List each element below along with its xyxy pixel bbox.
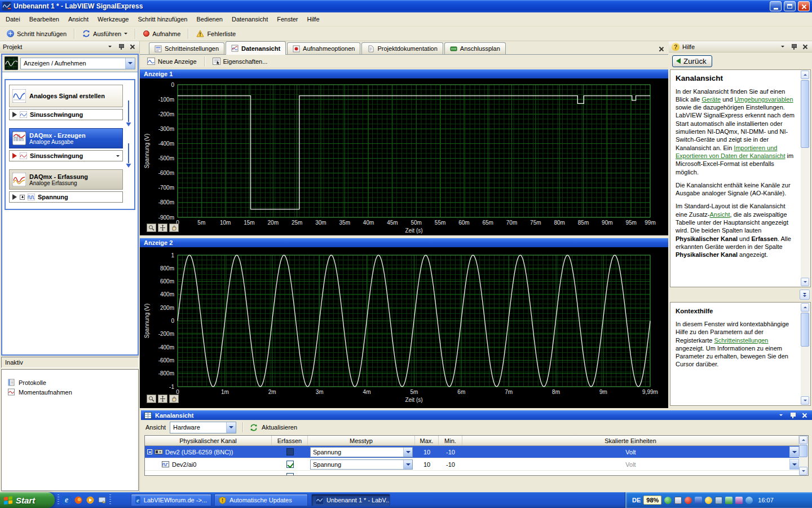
minimize-button[interactable]: [770, 1, 782, 11]
alert-icon[interactable]: [685, 497, 692, 504]
context-help-scrollbar[interactable]: [801, 303, 810, 405]
col-max[interactable]: Max.: [415, 436, 439, 445]
display1-plot[interactable]: 05m10m15m20m25m30m35m40m45m50m55m60m65m7…: [140, 78, 668, 235]
view-mode-dropdown-icon[interactable]: [125, 58, 135, 69]
col-messtyp[interactable]: Messtyp: [308, 436, 415, 445]
unit-cell[interactable]: Volt: [462, 458, 799, 470]
firefox-icon[interactable]: [74, 496, 83, 505]
menu-bearbeiten[interactable]: Bearbeiten: [25, 14, 64, 25]
scroll-down-icon[interactable]: [801, 278, 809, 286]
col-physikalischer-kanal[interactable]: Physikalischer Kanal: [145, 436, 272, 445]
erfassen-checkbox[interactable]: [286, 461, 294, 468]
tree-item-momentaufnahmen[interactable]: Momentaufnahmen: [2, 387, 138, 397]
scroll-up-icon[interactable]: [801, 71, 809, 79]
update-icon[interactable]: [745, 497, 753, 504]
usb-icon[interactable]: [725, 497, 732, 504]
refresh-button[interactable]: Aktualisieren: [262, 424, 297, 431]
error-list-button[interactable]: Fehlerliste: [192, 28, 240, 39]
menu-datenansicht[interactable]: Datenansicht: [227, 14, 272, 25]
close-data-view-button[interactable]: [659, 46, 664, 51]
messtyp-select[interactable]: Spannung: [310, 459, 413, 470]
task-automatische-updates[interactable]: Automatische Updates: [214, 494, 308, 506]
tab-aufnahmeoptionen[interactable]: Aufnahmeoptionen: [287, 42, 360, 54]
display-settings-icon[interactable]: [674, 497, 682, 504]
task-signalexpress[interactable]: Unbenannt 1 * - LabV...: [311, 494, 390, 506]
project-menu-button[interactable]: [105, 42, 114, 51]
help-link[interactable]: Umgebungsvariablen: [735, 96, 793, 103]
display2-plot[interactable]: 01m2m3m4m5m6m7m8m9m9,99m1800m600m400m200…: [140, 247, 668, 408]
menu-bedienen[interactable]: Bedienen: [192, 14, 227, 25]
zoom-tool-icon[interactable]: [147, 395, 156, 403]
channel-menu-button[interactable]: [776, 411, 785, 419]
channel-view-header[interactable]: Kanalansicht: [141, 410, 812, 420]
help-link[interactable]: Geräte: [701, 96, 721, 103]
step-output-sinusschwingung-2[interactable]: Sinusschwingung: [9, 150, 123, 161]
record-button[interactable]: Aufnahme: [139, 29, 184, 39]
help-close-button[interactable]: [801, 42, 809, 51]
scroll-thumb[interactable]: [801, 313, 809, 347]
project-close-button[interactable]: [128, 42, 136, 51]
max-value[interactable]: 10: [415, 458, 439, 470]
col-erfassen[interactable]: Erfassen: [272, 436, 308, 445]
hardware-dropdown-icon[interactable]: [226, 422, 236, 433]
scroll-down-icon[interactable]: [801, 396, 809, 405]
help-link[interactable]: Ansicht: [710, 211, 730, 218]
display2-graph[interactable]: 01m2m3m4m5m6m7m8m9m9,99m1800m600m400m200…: [140, 247, 668, 408]
help-link[interactable]: Schritteinstellungen: [714, 337, 768, 344]
step-card-daqmx-erfassung[interactable]: DAQmx - Erfassung Analoge Erfassung Span…: [9, 169, 123, 203]
internet-explorer-icon[interactable]: e: [62, 496, 71, 505]
help-scrollbar[interactable]: [801, 71, 810, 286]
display1-header[interactable]: Anzeige 1: [140, 69, 668, 78]
project-pin-button[interactable]: [117, 42, 125, 51]
tab-projektdokumentation[interactable]: Projektdokumentation: [361, 42, 443, 54]
help-menu-button[interactable]: [778, 42, 787, 51]
help-back-button[interactable]: Zurück: [672, 55, 712, 67]
erfassen-checkbox[interactable]: [286, 473, 294, 476]
scroll-down-icon[interactable]: [799, 467, 807, 475]
messtyp-select[interactable]: Spannung: [310, 447, 413, 457]
messtyp-dropdown-icon[interactable]: [403, 448, 412, 457]
quicklaunch-handle[interactable]: [109, 494, 111, 506]
menu-ansicht[interactable]: Ansicht: [64, 14, 93, 25]
unit-dropdown-icon[interactable]: [789, 459, 799, 470]
scroll-thumb[interactable]: [799, 445, 807, 457]
pan-tool-icon[interactable]: [158, 224, 167, 232]
help-pin-button[interactable]: [789, 42, 798, 51]
pan-tool-icon[interactable]: [158, 395, 167, 403]
task-labviewforum[interactable]: e LabVIEWforum.de ->...: [131, 494, 211, 506]
language-indicator[interactable]: DE: [632, 497, 641, 503]
collapse-icon[interactable]: [147, 449, 152, 454]
tree-item-protokolle[interactable]: Protokolle: [2, 378, 138, 387]
unit-dropdown-icon[interactable]: [789, 446, 799, 457]
col-min[interactable]: Min.: [439, 436, 462, 445]
hardware-select[interactable]: Hardware: [170, 422, 236, 433]
channel-pin-button[interactable]: [788, 411, 797, 419]
erfassen-checkbox[interactable]: [286, 448, 294, 456]
menu-schritt-hinzufuegen[interactable]: Schritt hinzufügen: [133, 14, 192, 25]
refresh-icon[interactable]: [250, 424, 258, 431]
run-button[interactable]: Ausführen: [78, 28, 131, 39]
tab-datenansicht[interactable]: Datenansicht: [226, 41, 286, 55]
tab-anschlussplan[interactable]: Anschlussplan: [444, 42, 506, 54]
restore-button[interactable]: [784, 1, 796, 11]
table-row-partial[interactable]: [145, 471, 799, 476]
step-output-dropdown-icon[interactable]: [116, 155, 120, 157]
hand-tool-icon[interactable]: [169, 224, 179, 232]
menu-fenster[interactable]: Fenster: [272, 14, 302, 25]
tab-schritteinstellungen[interactable]: Schritteinstellungen: [149, 42, 224, 54]
messtyp-dropdown-icon[interactable]: [403, 460, 412, 469]
col-skalierte-einheiten[interactable]: Skalierte Einheiten: [462, 436, 799, 445]
quicklaunch-handle[interactable]: [58, 494, 59, 506]
channel-close-button[interactable]: [800, 411, 809, 419]
properties-button[interactable]: Eigenschaften...: [209, 56, 272, 67]
tool-icon[interactable]: [735, 497, 743, 504]
view-mode-select[interactable]: Anzeigen / Aufnehmen: [20, 58, 135, 69]
show-desktop-icon[interactable]: [98, 496, 107, 505]
step-output-spannung[interactable]: Spannung: [9, 191, 123, 203]
media-player-icon[interactable]: [86, 496, 95, 505]
scroll-up-icon[interactable]: [801, 303, 809, 312]
expand-icon[interactable]: [20, 195, 25, 200]
battery-indicator[interactable]: 98%: [643, 496, 661, 505]
channel-table-scrollbar[interactable]: [799, 436, 808, 475]
add-step-button[interactable]: Schritt hinzufügen: [3, 28, 70, 39]
